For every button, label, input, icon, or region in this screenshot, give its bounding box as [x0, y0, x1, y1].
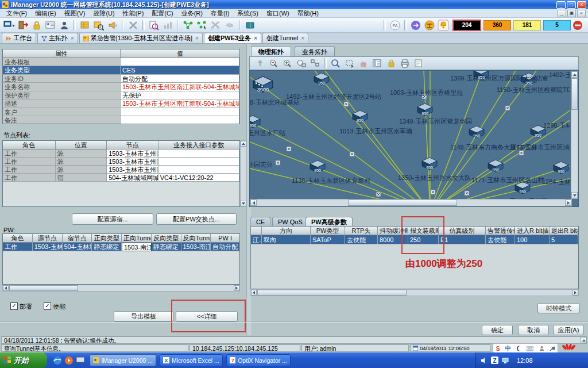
node-row[interactable]: 工作源1503-玉林市玉州区南...: [3, 166, 239, 174]
tab-workbench[interactable]: 工作台: [2, 33, 36, 43]
close-tab-icon[interactable]: ×: [301, 35, 304, 41]
ime-language-icon[interactable]: 中: [505, 344, 511, 352]
tab-create-tunnel[interactable]: 创建Tunnel×: [262, 33, 308, 43]
workspace-icon[interactable]: [3, 19, 16, 32]
ok-button[interactable]: 确定: [482, 325, 513, 335]
tray-z-icon[interactable]: Z: [491, 356, 498, 364]
zoom-in-icon[interactable]: [281, 57, 294, 70]
tab-create-pwe3[interactable]: 创建PWE3业务×: [204, 33, 261, 43]
menu-performance[interactable]: 性能(P): [119, 9, 148, 18]
menu-system[interactable]: 系统(S): [233, 9, 262, 18]
topology-node[interactable]: 950: [554, 162, 568, 174]
node-row[interactable]: 工作宿504-玉林城域网城东...VC4:1-VC12:20-22: [3, 174, 239, 182]
node-row[interactable]: 工作源1503-玉林市玉州区南...: [3, 158, 239, 166]
menu-window[interactable]: 窗口(W): [262, 9, 293, 18]
menu-file[interactable]: 文件(F): [2, 9, 31, 18]
lock-icon[interactable]: [30, 19, 43, 32]
menu-fault[interactable]: 故障(U): [89, 9, 118, 18]
pw-table-hscrollbar[interactable]: [2, 285, 240, 292]
notes-icon[interactable]: [412, 57, 425, 70]
prop-row-template[interactable]: 业务模板: [3, 58, 239, 67]
prop-row-service-id[interactable]: 业务ID自动分配: [3, 75, 239, 83]
topology-node[interactable]: 950: [310, 160, 325, 172]
apply-button[interactable]: 应用(A): [553, 325, 584, 335]
topology-node[interactable]: 950: [353, 110, 368, 122]
tab-critical-alarm[interactable]: 紧急告警[1390-玉林玉州区宏进市场]×: [79, 33, 203, 43]
menu-help[interactable]: 帮助(H): [293, 9, 323, 18]
menu-service[interactable]: 业务(R): [177, 9, 207, 18]
tab-main-topology[interactable]: 主拓扑×: [37, 33, 78, 43]
zoom-area-icon[interactable]: [295, 57, 308, 70]
user-icon[interactable]: [58, 19, 71, 32]
tab-ce[interactable]: CE: [250, 217, 270, 227]
tab-pw-advanced[interactable]: PW高级参数: [305, 217, 353, 227]
quicklaunch-media-icon[interactable]: [64, 356, 74, 365]
maximize-button[interactable]: □: [567, 1, 576, 9]
close-tab-icon[interactable]: ×: [195, 35, 199, 41]
tray-volume-icon[interactable]: [481, 357, 488, 364]
configure-pw-switch-button[interactable]: 配置PW交换点...: [156, 213, 237, 225]
critical-alarm-count[interactable]: 204: [452, 20, 481, 31]
cancel-button[interactable]: 取消: [518, 325, 549, 335]
user-card-icon[interactable]: [44, 19, 57, 32]
topology-node[interactable]: 950: [314, 73, 329, 85]
task-excel[interactable]: X Microsoft Excel ...: [160, 354, 223, 366]
legend-panel-icon[interactable]: [371, 57, 384, 70]
major-alarm-count[interactable]: 360: [483, 20, 511, 30]
alarm-panel-icon[interactable]: [79, 19, 91, 32]
ime-sogou-icon[interactable]: S: [496, 346, 500, 352]
tab-service-topology[interactable]: 业务拓扑: [295, 46, 335, 57]
child-minimize-button[interactable]: _: [558, 10, 566, 17]
minor-alarm-count[interactable]: 181: [513, 20, 541, 30]
map-vscrollbar[interactable]: [571, 71, 578, 199]
quicklaunch-desktop-icon[interactable]: [76, 356, 85, 365]
close-button[interactable]: ×: [577, 1, 586, 9]
zoom-out-icon[interactable]: [268, 57, 280, 70]
topology-map[interactable]: 3900950950950950950950950950950950950950…: [249, 70, 579, 207]
pa-status-icon[interactable]: PA: [389, 19, 401, 32]
zoom-fit-icon[interactable]: [309, 57, 322, 70]
logout-icon[interactable]: [17, 19, 29, 32]
alarm-rule-icon[interactable]: [423, 19, 436, 32]
pw-advanced-hscrollbar[interactable]: [250, 289, 579, 296]
topology-node[interactable]: 950: [515, 182, 530, 194]
prop-row-protection[interactable]: 保护类型无保护: [3, 91, 239, 100]
prop-row-service-type[interactable]: 业务类型CES: [3, 66, 239, 75]
tab-physical-topology[interactable]: 物理拓扑: [251, 46, 291, 57]
prop-row-service-name[interactable]: 业务名称1503-玉林市玉州区南江新联-504-玉林城域网城东...: [3, 83, 239, 91]
close-tab-icon[interactable]: ×: [71, 35, 74, 41]
warning-alarm-count[interactable]: 5: [543, 20, 571, 30]
print-icon[interactable]: [399, 57, 411, 70]
clock-mode-button[interactable]: 时钟模式: [537, 303, 580, 313]
browse-history-icon[interactable]: [127, 19, 140, 32]
task-optix-navigator[interactable]: 7 OptiX Navigator ...: [226, 354, 291, 366]
alarm-bell-icon[interactable]: [437, 19, 450, 32]
alarm-mute-icon[interactable]: [571, 19, 584, 32]
deploy-checkbox[interactable]: ✓: [10, 302, 18, 310]
topology-node[interactable]: 950: [469, 126, 484, 138]
topology-node[interactable]: 950: [422, 158, 437, 170]
task-imanager[interactable]: iManager U2000 ...: [90, 354, 156, 366]
ime-user-icon[interactable]: [539, 346, 544, 351]
child-restore-button[interactable]: ▣: [567, 10, 576, 17]
enable-checkbox[interactable]: ✓: [44, 302, 51, 310]
tab-pw-qos[interactable]: PW QoS: [272, 217, 308, 227]
minimize-button[interactable]: _: [556, 1, 566, 9]
menu-view[interactable]: 视图(V): [60, 9, 90, 18]
help-book-icon[interactable]: [244, 19, 257, 32]
menu-inventory[interactable]: 存量(I): [207, 9, 233, 18]
pw-row[interactable]: 工作 1503-玉林... 504-玉林城... 静态绑定 1503-南江...…: [3, 243, 239, 251]
map-hscrollbar[interactable]: [250, 199, 572, 206]
select-area-icon[interactable]: [343, 57, 356, 70]
forward-tunnel-editor[interactable]: 1503-南江...: [122, 243, 152, 251]
child-close-button[interactable]: ×: [577, 10, 586, 17]
pan-hand-icon[interactable]: [357, 57, 370, 70]
topology-node[interactable]: 3900: [253, 76, 273, 93]
prop-row-remark[interactable]: 备注: [3, 116, 239, 124]
ack-alarm-icon[interactable]: [409, 19, 422, 32]
start-button[interactable]: 开始: [0, 352, 47, 368]
ime-keyboard-icon[interactable]: [527, 346, 533, 351]
search-icon[interactable]: [330, 57, 342, 70]
performance-browse-icon[interactable]: [148, 19, 160, 32]
topology-node[interactable]: 950: [488, 160, 503, 172]
